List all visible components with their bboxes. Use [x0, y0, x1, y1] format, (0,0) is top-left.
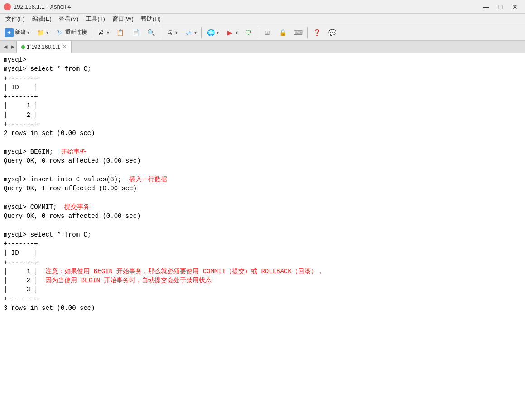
- line-21: | 2 | 因为当使用 BEGIN 开始事务时，自动提交会处于禁用状态: [4, 277, 212, 284]
- new-chevron: ▾: [27, 30, 29, 35]
- help-button[interactable]: ❓: [309, 26, 324, 39]
- shield-button[interactable]: 🛡: [241, 26, 256, 39]
- line-24: 3 rows in set (0.00 sec): [4, 304, 95, 312]
- line-11: Query OK, 0 rows affected (0.00 sec): [4, 157, 140, 164]
- copy-button[interactable]: 📋: [113, 26, 127, 39]
- run-icon: ▶: [225, 28, 234, 37]
- new-label: 新建: [15, 29, 26, 36]
- line-1: mysql>: [4, 56, 26, 63]
- begin-annotation: 开始事务: [61, 148, 86, 155]
- line-3: +-------+: [4, 75, 38, 82]
- app-icon: [4, 3, 11, 10]
- toolbar: ✦ 新建 ▾ 📁 ▾ ↻ 重新连接 🖨 ▾ 📋 📄 🔍 🖨 ▾ ⇄ ▾ 🌐 ▾ …: [0, 24, 525, 41]
- line-19: +-------+: [4, 259, 38, 266]
- note-line2: 因为当使用 BEGIN 开始事务时，自动提交会处于禁用状态: [45, 277, 212, 284]
- tab-close-button[interactable]: ✕: [63, 44, 67, 50]
- menu-tools[interactable]: 工具(T): [82, 14, 109, 24]
- line-16: mysql> select * from C;: [4, 231, 91, 238]
- transfer-chevron: ▾: [194, 30, 197, 35]
- terminal-content: mysql> mysql> select * from C; +-------+…: [4, 55, 521, 313]
- line-20: | 1 | 注意：如果使用 BEGIN 开始事务，那么就必须要使用 COMMIT…: [4, 268, 323, 275]
- paste-button[interactable]: 📄: [128, 26, 143, 39]
- folder-icon: 📁: [36, 28, 45, 37]
- paste-icon: 📄: [131, 28, 140, 37]
- sep3: [201, 27, 202, 38]
- print2-icon: 🖨: [165, 28, 174, 37]
- reconnect-button[interactable]: ↻ 重新连接: [52, 26, 90, 39]
- minimize-button[interactable]: —: [480, 2, 492, 12]
- run-button[interactable]: ▶ ▾: [222, 26, 241, 39]
- line-17: +-------+: [4, 240, 38, 247]
- kbd-button[interactable]: ⌨: [291, 26, 305, 39]
- menu-window[interactable]: 窗口(W): [109, 14, 137, 24]
- insert-annotation: 插入一行数据: [129, 176, 167, 183]
- new-icon: ✦: [5, 28, 14, 37]
- line-23: +-------+: [4, 295, 38, 303]
- sep1: [92, 27, 92, 38]
- folder-button[interactable]: 📁 ▾: [33, 26, 51, 39]
- menu-file[interactable]: 文件(F): [2, 14, 29, 24]
- grid-button[interactable]: ⊞: [260, 26, 275, 39]
- kbd-icon: ⌨: [294, 28, 303, 37]
- line-9: 2 rows in set (0.00 sec): [4, 130, 95, 137]
- sep5: [307, 27, 308, 38]
- tab-label: 1 192.168.1.1: [27, 44, 60, 50]
- tab-status-dot: [21, 45, 25, 49]
- globe-icon: 🌐: [206, 28, 215, 37]
- lock-icon: 🔒: [278, 28, 287, 37]
- commit-annotation: 提交事务: [64, 203, 90, 211]
- print2-chevron: ▾: [175, 30, 178, 35]
- sep2: [160, 27, 160, 38]
- tab-nav-next[interactable]: ▶: [9, 43, 16, 51]
- sep4: [258, 27, 258, 38]
- run-chevron: ▾: [236, 30, 238, 35]
- print-chevron: ▾: [107, 30, 109, 35]
- close-button[interactable]: ✕: [509, 2, 521, 12]
- globe-chevron: ▾: [217, 30, 219, 35]
- folder-chevron: ▾: [46, 30, 48, 35]
- line-18: | ID |: [4, 249, 38, 256]
- refresh-icon: ↻: [55, 28, 64, 37]
- reconnect-label: 重新连接: [65, 29, 87, 36]
- maximize-button[interactable]: □: [494, 2, 507, 12]
- menu-bar: 文件(F) 编辑(E) 查看(V) 工具(T) 窗口(W) 帮助(H): [0, 14, 525, 24]
- lock-button[interactable]: 🔒: [275, 26, 290, 39]
- title-controls: — □ ✕: [480, 2, 521, 12]
- menu-edit[interactable]: 编辑(E): [29, 14, 55, 24]
- globe-button[interactable]: 🌐 ▾: [203, 26, 222, 39]
- print-icon: 🖨: [96, 28, 106, 37]
- tab-nav-prev[interactable]: ◀: [2, 43, 9, 51]
- chat-button[interactable]: 💬: [325, 26, 339, 39]
- line-15: Query OK, 0 rows affected (0.00 sec): [4, 212, 140, 220]
- grid-icon: ⊞: [263, 28, 272, 37]
- line-8: +-------+: [4, 121, 38, 128]
- note-line1: 注意：如果使用 BEGIN 开始事务，那么就必须要使用 COMMIT（提交）或 …: [45, 268, 323, 275]
- transfer-button[interactable]: ⇄ ▾: [181, 26, 199, 39]
- line-22: | 3 |: [4, 286, 38, 293]
- menu-help[interactable]: 帮助(H): [137, 14, 164, 24]
- print-button[interactable]: 🖨 ▾: [94, 26, 112, 39]
- window-title: 192.168.1.1 - Xshell 4: [14, 3, 71, 10]
- copy-icon: 📋: [116, 28, 125, 37]
- title-bar-left: 192.168.1.1 - Xshell 4: [4, 3, 71, 10]
- line-2: mysql> select * from C;: [4, 65, 91, 72]
- shield-icon: 🛡: [244, 28, 253, 37]
- transfer-icon: ⇄: [184, 28, 193, 37]
- line-14: mysql> COMMIT; 提交事务: [4, 203, 90, 211]
- menu-view[interactable]: 查看(V): [55, 14, 82, 24]
- tab-session-1[interactable]: 1 192.168.1.1 ✕: [16, 41, 72, 53]
- find-button[interactable]: 🔍: [144, 26, 158, 39]
- line-13: Query OK, 1 row affected (0.00 sec): [4, 185, 137, 192]
- line-6: | 1 |: [4, 102, 38, 109]
- line-5: +-------+: [4, 93, 38, 100]
- help-icon: ❓: [312, 28, 321, 37]
- title-bar: 192.168.1.1 - Xshell 4 — □ ✕: [0, 0, 525, 14]
- line-10: mysql> BEGIN; 开始事务: [4, 148, 86, 155]
- new-button[interactable]: ✦ 新建 ▾: [2, 26, 32, 39]
- terminal[interactable]: mysql> mysql> select * from C; +-------+…: [0, 53, 525, 420]
- line-7: | 2 |: [4, 111, 38, 119]
- print2-button[interactable]: 🖨 ▾: [162, 26, 180, 39]
- line-4: | ID |: [4, 84, 38, 91]
- chat-icon: 💬: [328, 28, 337, 37]
- find-icon: 🔍: [146, 28, 155, 37]
